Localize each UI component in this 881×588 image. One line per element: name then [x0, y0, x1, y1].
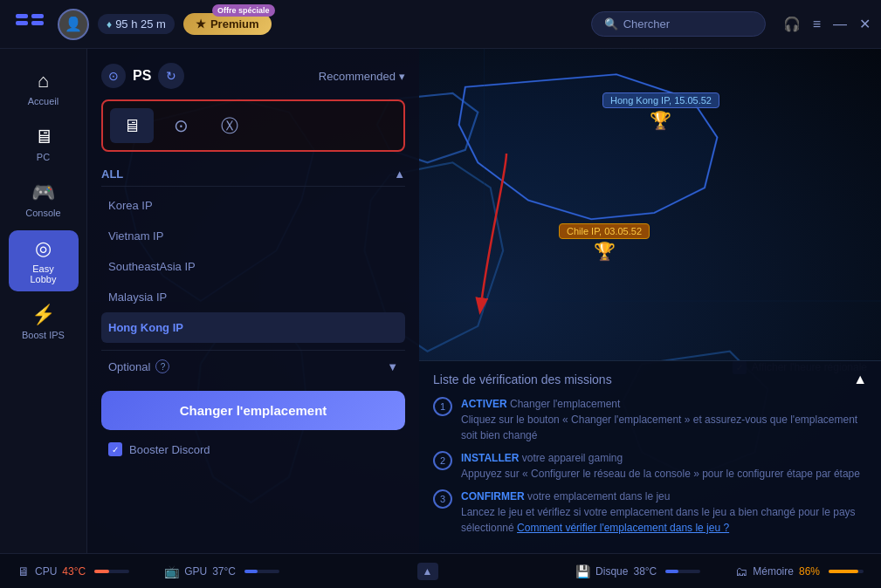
svg-rect-1 — [16, 21, 28, 25]
mission-header: Liste de vérification des missions ▲ — [433, 372, 867, 387]
optional-row[interactable]: Optional ? ▼ — [101, 350, 405, 382]
sidebar-item-boost-ips[interactable]: ⚡ Boost IPS — [9, 297, 79, 347]
memory-icon: 🗂 — [735, 564, 747, 578]
panel-header: ⊙ PS ↻ Recommended ▾ — [101, 63, 405, 89]
ps-icon: ⊙ — [101, 64, 126, 88]
mission-link-3[interactable]: Comment vérifier l'emplacement dans le j… — [517, 522, 729, 534]
left-panel: ⊙ PS ↻ Recommended ▾ 🖥 ⊙ Ⓧ ALL ▲ — [87, 49, 419, 553]
mission-highlight-1: ACTIVER — [461, 398, 507, 410]
premium-badge[interactable]: ★ Premium Offre spéciale — [183, 13, 272, 35]
mission-num-1: 1 — [433, 397, 452, 416]
sidebar: ⌂ Accueil 🖥 PC 🎮 Console ◎ Easy Lobby ⚡ … — [0, 49, 87, 553]
location-item-hong-kong[interactable]: Hong Kong IP — [101, 312, 405, 343]
mission-item-2: 2 INSTALLER votre appareil gaming Appuye… — [433, 450, 867, 482]
mission-item-1: 1 ACTIVER Changer l'emplacement Cliquez … — [433, 396, 867, 443]
mission-text-2: INSTALLER votre appareil gaming Appuyez … — [461, 450, 860, 482]
location-item-korea[interactable]: Korea IP — [101, 190, 405, 221]
discord-label: Booster Discord — [129, 443, 210, 456]
sidebar-label-boost-ips: Boost IPS — [22, 330, 65, 340]
content-area: ⊙ PS ↻ Recommended ▾ 🖥 ⊙ Ⓧ ALL ▲ — [87, 49, 881, 553]
avatar[interactable]: 👤 — [58, 9, 89, 40]
chevron-up-icon: ▲ — [394, 168, 405, 181]
sidebar-item-console[interactable]: 🎮 Console — [9, 174, 79, 225]
location-item-southeast[interactable]: SoutheastAsia IP — [101, 251, 405, 282]
gpu-status: 📺 GPU 37°C — [164, 564, 279, 578]
refresh-button[interactable]: ↻ — [158, 63, 184, 89]
gem-icon: ♦ — [107, 18, 112, 31]
mission-text-1: ACTIVER Changer l'emplacement Cliquez su… — [461, 396, 867, 443]
mission-num-3: 3 — [433, 489, 452, 509]
mission-num-2: 2 — [433, 451, 452, 470]
location-item-vietnam[interactable]: Vietnam IP — [101, 221, 405, 251]
memory-value: 86% — [799, 565, 820, 578]
optional-help-icon[interactable]: ? — [155, 359, 169, 373]
svg-rect-2 — [31, 14, 44, 18]
cpu-value: 43°C — [62, 565, 86, 578]
cpu-icon: 🖥 — [17, 564, 30, 578]
statusbar-center: ▲ — [314, 563, 540, 580]
optional-left: Optional ? — [108, 359, 169, 373]
sidebar-label-easy-lobby: Easy Lobby — [19, 263, 68, 284]
sidebar-label-accueil: Accueil — [28, 96, 59, 106]
discord-row: ✓ Booster Discord — [101, 439, 405, 460]
xp-badge: ♦ 95 h 25 m — [98, 14, 175, 34]
marker-chile[interactable]: Chile IP, 03.05.52 🏆 — [559, 223, 650, 262]
mission-collapse-icon[interactable]: ▲ — [853, 372, 867, 387]
platform-btn-ps[interactable]: ⊙ — [159, 108, 203, 143]
mission-title: Liste de vérification des missions — [433, 373, 612, 386]
disk-status: 💾 Disque 38°C — [575, 564, 700, 578]
search-bar[interactable]: 🔍 Chercher — [591, 11, 766, 37]
pc-icon: 🖥 — [34, 126, 53, 148]
boost-ips-icon: ⚡ — [31, 304, 55, 326]
sidebar-item-easy-lobby[interactable]: ◎ Easy Lobby — [9, 230, 79, 291]
expand-button[interactable]: ▲ — [417, 563, 438, 580]
discord-checkbox[interactable]: ✓ — [108, 442, 122, 456]
disk-label: Disque — [595, 565, 628, 578]
mission-highlight-2: INSTALLER — [461, 452, 519, 464]
sidebar-label-pc: PC — [37, 152, 50, 162]
hong-kong-label: Hong Kong IP, 15.05.52 — [602, 92, 719, 108]
location-list: Korea IP Vietnam IP SoutheastAsia IP Mal… — [101, 190, 405, 343]
chile-label: Chile IP, 03.05.52 — [559, 223, 650, 239]
all-section-header: ALL ▲ — [101, 162, 405, 187]
mission-text-3: CONFIRMER votre emplacement dans le jeu … — [461, 489, 867, 536]
memory-label: Mémoire — [753, 565, 794, 578]
headset-icon[interactable]: 🎧 — [783, 16, 801, 32]
recommended-label: Recommended ▾ — [319, 70, 405, 83]
disk-icon: 💾 — [575, 564, 590, 578]
console-icon: 🎮 — [31, 181, 55, 204]
main-layout: ⌂ Accueil 🖥 PC 🎮 Console ◎ Easy Lobby ⚡ … — [0, 49, 881, 553]
panel-ps-label: PS — [133, 68, 151, 84]
status-bar: 🖥 CPU 43°C 📺 GPU 37°C ▲ 💾 Disque 38°C 🗂 … — [0, 553, 881, 588]
sidebar-label-console: Console — [25, 208, 60, 218]
optional-chevron-icon: ▼ — [387, 360, 398, 373]
search-placeholder: Chercher — [623, 17, 670, 31]
close-button[interactable]: ✕ — [859, 16, 871, 32]
premium-label: Premium — [210, 17, 259, 31]
app-logo — [10, 5, 49, 44]
offre-badge: Offre spéciale — [212, 4, 275, 17]
gpu-value: 37°C — [212, 565, 236, 578]
all-label: ALL — [101, 168, 123, 181]
premium-star-icon: ★ — [196, 17, 206, 31]
mission-highlight-3: CONFIRMER — [461, 490, 525, 503]
platform-btn-pc[interactable]: 🖥 — [110, 108, 154, 143]
sidebar-item-pc[interactable]: 🖥 PC — [9, 119, 79, 169]
marker-hong-kong[interactable]: Hong Kong IP, 15.05.52 🏆 — [602, 92, 719, 131]
cpu-label: CPU — [35, 565, 57, 578]
trophy-icon-gold: 🏆 — [594, 241, 616, 262]
refresh-icon: ↻ — [166, 69, 176, 83]
sidebar-item-accueil[interactable]: ⌂ Accueil — [9, 63, 79, 113]
menu-icon[interactable]: ≡ — [813, 17, 821, 32]
home-icon: ⌂ — [38, 70, 49, 92]
titlebar: 👤 ♦ 95 h 25 m ★ Premium Offre spéciale 🔍… — [0, 0, 881, 49]
easy-lobby-icon: ◎ — [35, 237, 52, 260]
memory-status: 🗂 Mémoire 86% — [735, 564, 864, 578]
platform-btn-xbox[interactable]: Ⓧ — [208, 108, 251, 143]
change-location-button[interactable]: Changer l'emplacement — [101, 391, 405, 430]
svg-rect-0 — [16, 14, 28, 18]
minimize-button[interactable]: — — [833, 17, 847, 32]
optional-label: Optional — [108, 360, 150, 373]
cpu-status: 🖥 CPU 43°C — [17, 564, 129, 578]
location-item-malaysia[interactable]: Malaysia IP — [101, 282, 405, 312]
